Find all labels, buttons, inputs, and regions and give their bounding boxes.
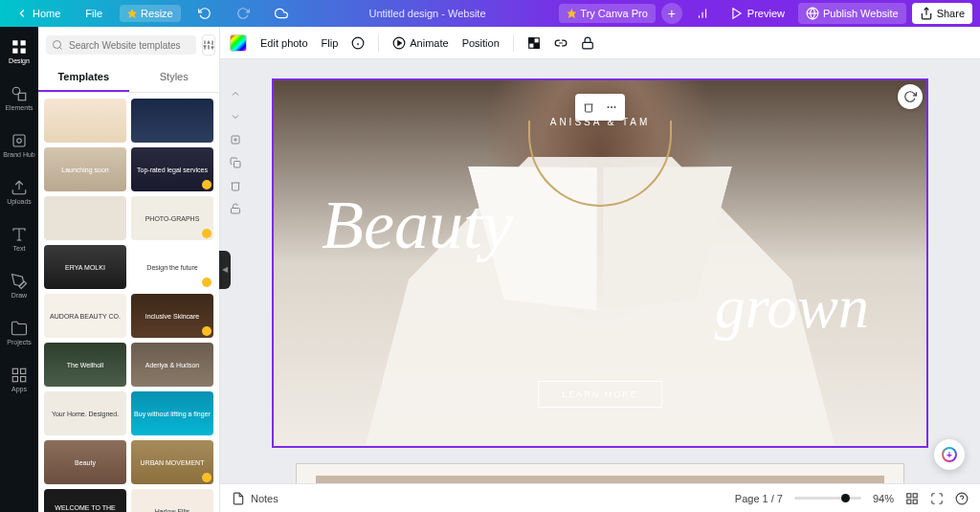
rail-text[interactable]: Text (11, 222, 28, 256)
transparency-button[interactable] (527, 36, 541, 50)
svg-rect-52 (913, 500, 917, 503)
redo-button[interactable] (229, 3, 257, 24)
template-thumbnail[interactable]: Beauty (44, 440, 126, 484)
search-input[interactable] (69, 40, 190, 51)
template-thumbnail[interactable]: Top-rated legal services (131, 147, 213, 191)
template-thumbnail[interactable]: AUDORA BEAUTY CO. (44, 294, 126, 338)
template-thumbnail[interactable]: Design the future (131, 245, 213, 289)
template-thumbnail[interactable]: Launching soon (44, 147, 126, 191)
rail-brandhub[interactable]: Brand Hub (3, 128, 34, 162)
rail-projects[interactable]: Projects (7, 316, 31, 349)
template-thumbnail[interactable]: Buy without lifting a finger (131, 391, 213, 435)
svg-rect-39 (529, 37, 534, 42)
page-up-icon[interactable] (228, 86, 243, 101)
cloud-status-icon[interactable] (267, 3, 296, 24)
more-element-icon[interactable] (602, 98, 621, 117)
info-button[interactable] (351, 36, 365, 50)
file-menu[interactable]: File (78, 4, 110, 23)
context-toolbar: Edit photo Flip Animate Position (220, 27, 980, 59)
add-button[interactable]: + (661, 3, 682, 24)
flip-button[interactable]: Flip (322, 37, 339, 49)
side-panel: Templates Styles Launching soonTop-rated… (38, 27, 220, 512)
duplicate-page-icon[interactable] (228, 155, 243, 170)
svg-rect-21 (12, 377, 17, 382)
search-box[interactable] (46, 35, 196, 55)
position-button[interactable]: Position (462, 37, 500, 49)
template-thumbnail[interactable]: ERYA MOLKI (44, 245, 126, 289)
template-thumbnail[interactable]: Harlow Ellis (131, 489, 213, 512)
grid-view-icon[interactable] (905, 492, 919, 505)
delete-element-icon[interactable] (579, 98, 598, 117)
crown-icon (567, 9, 576, 18)
template-thumbnail[interactable]: WELCOME TO THE TEAM, DONNA! (44, 489, 126, 512)
template-thumbnail[interactable]: The Wellholl (44, 343, 126, 387)
publish-button[interactable]: Publish Website (798, 3, 906, 24)
search-settings-button[interactable] (202, 34, 215, 56)
ai-fab-button[interactable] (934, 439, 965, 470)
rail-draw[interactable]: Draw (11, 269, 28, 302)
search-icon (52, 39, 63, 51)
document-title[interactable]: Untitled design - Website (296, 8, 560, 19)
svg-rect-8 (20, 40, 25, 45)
animate-button[interactable]: Animate (392, 36, 448, 50)
rail-uploads[interactable]: Uploads (7, 175, 32, 209)
hide-page-icon[interactable] (228, 201, 243, 216)
delete-page-icon[interactable] (228, 178, 243, 193)
rail-elements[interactable]: Elements (5, 81, 33, 115)
lock-button[interactable] (581, 36, 594, 50)
page-down-icon[interactable] (228, 109, 243, 124)
template-thumbnail[interactable]: Inclusive Skincare (131, 294, 213, 338)
template-thumbnail[interactable]: Aderiya & Hudson (131, 343, 213, 387)
template-thumbnail[interactable]: PHOTO-GRAPHS (131, 196, 213, 240)
templates-grid: Launching soonTop-rated legal servicesPH… (38, 93, 219, 512)
zoom-slider[interactable] (794, 497, 861, 500)
canvas-area: ◀ Edit photo Flip Animate Position (220, 27, 980, 512)
home-button[interactable]: Home (8, 3, 68, 24)
try-pro-button[interactable]: Try Canva Pro (559, 4, 656, 23)
fullscreen-icon[interactable] (930, 492, 944, 505)
zoom-value[interactable]: 94% (873, 493, 894, 504)
svg-point-22 (54, 41, 61, 49)
svg-rect-20 (21, 377, 26, 382)
rail-apps[interactable]: Apps (11, 363, 28, 396)
preview-button[interactable]: Preview (723, 3, 792, 24)
svg-rect-51 (913, 493, 917, 497)
pro-badge-icon (202, 180, 212, 189)
refresh-page-icon[interactable] (898, 84, 923, 109)
crown-icon (127, 9, 137, 18)
color-picker[interactable] (230, 34, 247, 52)
help-icon[interactable] (955, 492, 969, 505)
headline-word-1[interactable]: Beauty (322, 186, 513, 265)
svg-rect-13 (13, 135, 25, 146)
edit-photo-button[interactable]: Edit photo (260, 37, 308, 49)
headline-word-2[interactable]: grown (715, 272, 869, 343)
brand-name-text[interactable]: ANISSA & TAM (550, 117, 651, 127)
page-tools (228, 86, 243, 216)
template-thumbnail[interactable] (44, 196, 126, 240)
design-canvas-page-2[interactable] (296, 463, 904, 483)
rail-design[interactable]: Design (9, 34, 30, 68)
tab-styles[interactable]: Styles (129, 63, 220, 92)
add-page-icon[interactable] (228, 132, 243, 147)
insights-button[interactable] (688, 3, 717, 24)
svg-rect-10 (20, 49, 25, 54)
svg-rect-12 (18, 93, 26, 100)
svg-marker-37 (398, 40, 402, 45)
tab-templates[interactable]: Templates (38, 63, 129, 92)
template-thumbnail[interactable]: URBAN MOVEMENT (131, 440, 213, 484)
link-button[interactable] (554, 36, 568, 50)
page-indicator[interactable]: Page 1 / 7 (735, 493, 783, 504)
design-canvas-page-1[interactable]: ANISSA & TAM Beauty grown LEARN MORE (272, 78, 928, 448)
svg-point-14 (17, 139, 22, 144)
template-thumbnail[interactable]: Your Home. Designed. (44, 391, 126, 435)
undo-button[interactable] (190, 3, 219, 24)
learn-more-button[interactable]: LEARN MORE (538, 381, 662, 408)
share-button[interactable]: Share (912, 3, 972, 24)
resize-button[interactable]: Resize (120, 5, 181, 22)
svg-point-48 (611, 106, 612, 108)
notes-button[interactable]: Notes (232, 492, 278, 505)
svg-point-49 (614, 106, 616, 108)
svg-rect-18 (12, 368, 17, 373)
template-thumbnail[interactable] (131, 99, 213, 143)
template-thumbnail[interactable] (44, 99, 126, 143)
